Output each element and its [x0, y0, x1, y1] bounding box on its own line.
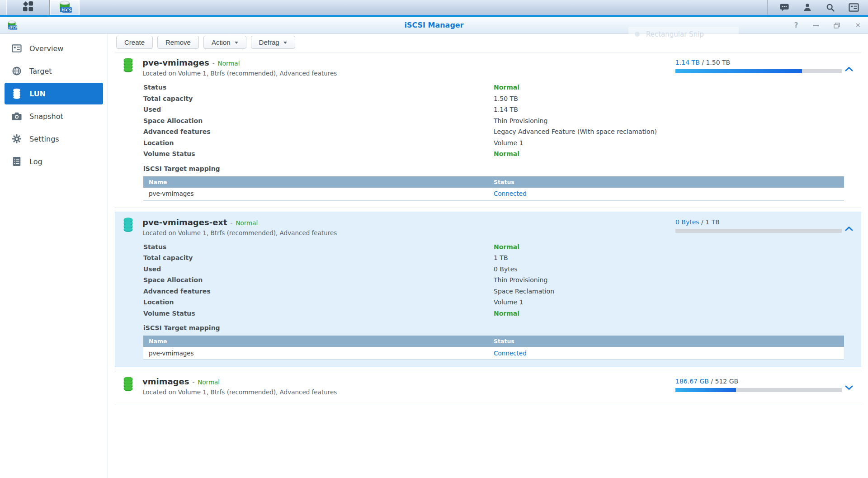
- main-menu-icon: [23, 1, 34, 14]
- table-header-row: Name Status: [143, 336, 844, 347]
- lun-header[interactable]: pve-vmimages-ext - Normal Located on Vol…: [115, 217, 861, 239]
- restore-button[interactable]: [834, 23, 840, 28]
- show-desktop-sliver[interactable]: [0, 0, 7, 15]
- lun-header[interactable]: vmimages - Normal Located on Volume 1, B…: [115, 376, 861, 398]
- target-status-link[interactable]: Connected: [494, 350, 527, 357]
- detail-row: LocationVolume 1: [115, 137, 861, 149]
- target-name-cell: pve-vmimages: [143, 350, 494, 357]
- chevron-down-icon: [235, 42, 238, 44]
- lun-name: vmimages: [142, 377, 189, 386]
- window-controls: ? ✕: [794, 17, 861, 34]
- detail-value: 1.14 TB: [494, 106, 518, 113]
- main-content: Create Remove Action Defrag pve-vmimages: [108, 34, 868, 478]
- capacity-block: 1.14 TB / 1.50 TB: [675, 59, 842, 73]
- help-button[interactable]: ?: [794, 22, 798, 29]
- sidebar-item-label: Snapshot: [29, 112, 63, 121]
- lun-status-badge: Normal: [218, 60, 240, 67]
- disk-stack-icon: [11, 88, 22, 99]
- lun-disk-icon-green: [122, 377, 134, 393]
- target-status-link[interactable]: Connected: [494, 190, 527, 197]
- sidebar-item-target[interactable]: Target: [5, 60, 103, 82]
- detail-row: Total capacity1 TB: [115, 252, 861, 264]
- sidebar-item-label: LUN: [29, 90, 46, 98]
- used-capacity: 186.67 GB: [675, 378, 709, 385]
- log-icon: [11, 156, 22, 167]
- expand-button[interactable]: [845, 383, 853, 392]
- collapse-button[interactable]: [845, 224, 853, 233]
- detail-label: Status: [143, 243, 494, 251]
- sidebar-item-label: Log: [29, 157, 42, 166]
- lun-status-badge: Normal: [198, 379, 220, 386]
- sidebar-item-snapshot[interactable]: Snapshot: [5, 105, 103, 127]
- toolbar: Create Remove Action Defrag: [108, 34, 868, 52]
- chat-icon[interactable]: [779, 3, 789, 12]
- total-capacity: / 512 GB: [711, 378, 738, 385]
- lun-section-pve-vmimages: pve-vmimages - Normal Located on Volume …: [115, 52, 861, 208]
- detail-label: Total capacity: [143, 95, 494, 102]
- detail-row: Volume StatusNormal: [115, 308, 861, 319]
- detail-label: Advanced features: [143, 128, 494, 135]
- lun-disk-icon-teal: [122, 218, 134, 234]
- defrag-dropdown-button[interactable]: Defrag: [251, 36, 295, 49]
- target-mapping-title: iSCSI Target mapping: [143, 324, 861, 331]
- detail-row: Advanced featuresLegacy Advanced Feature…: [115, 126, 861, 137]
- target-mapping-table: Name Status pve-vmimages Connected: [143, 176, 844, 201]
- sidebar-item-label: Settings: [29, 135, 59, 143]
- overview-icon: [11, 43, 22, 54]
- target-name-cell: pve-vmimages: [143, 190, 494, 197]
- name-status-separator: -: [212, 60, 215, 67]
- sidebar: Overview Target LUN Snapshot: [0, 34, 108, 478]
- name-status-separator: -: [192, 379, 194, 386]
- user-icon[interactable]: [803, 3, 812, 12]
- widgets-icon[interactable]: [849, 3, 859, 12]
- detail-row: StatusNormal: [115, 241, 861, 253]
- sidebar-item-overview[interactable]: Overview: [5, 38, 103, 59]
- gear-icon: [11, 133, 22, 144]
- chevron-down-icon: [845, 385, 853, 390]
- table-row[interactable]: pve-vmimages Connected: [143, 347, 844, 360]
- detail-value: Normal: [494, 84, 519, 91]
- main-menu-button[interactable]: [7, 0, 50, 15]
- desktop: iSCSI: [0, 0, 868, 478]
- remove-button[interactable]: Remove: [157, 36, 199, 49]
- detail-row: Used1.14 TB: [115, 104, 861, 115]
- action-dropdown-button[interactable]: Action: [203, 36, 246, 49]
- minimize-button[interactable]: [813, 25, 819, 26]
- lun-header[interactable]: pve-vmimages - Normal Located on Volume …: [115, 57, 861, 79]
- detail-row: Advanced featuresSpace Reclamation: [115, 286, 861, 297]
- sidebar-item-label: Overview: [29, 44, 63, 53]
- detail-value: 1 TB: [494, 254, 508, 261]
- defrag-button-label: Defrag: [259, 38, 279, 46]
- detail-label: Volume Status: [143, 310, 494, 317]
- detail-label: Space Allocation: [143, 117, 494, 124]
- collapse-button[interactable]: [845, 65, 853, 73]
- remove-button-label: Remove: [165, 38, 191, 46]
- window-title: iSCSI Manager: [0, 21, 868, 29]
- detail-label: Space Allocation: [143, 276, 494, 284]
- minimize-icon: [813, 25, 819, 26]
- lun-section-vmimages: vmimages - Normal Located on Volume 1, B…: [115, 371, 861, 405]
- chevron-down-icon: [283, 42, 287, 44]
- detail-value: Volume 1: [494, 139, 523, 147]
- table-row[interactable]: pve-vmimages Connected: [143, 188, 844, 201]
- sidebar-item-settings[interactable]: Settings: [5, 128, 103, 150]
- table-header-row: Name Status: [143, 176, 844, 188]
- capacity-block: 186.67 GB / 512 GB: [675, 378, 842, 392]
- taskbar-app-iscsi[interactable]: iSCSI: [50, 0, 80, 15]
- detail-label: Used: [143, 265, 494, 273]
- detail-label: Volume Status: [143, 150, 494, 157]
- create-button[interactable]: Create: [116, 36, 153, 49]
- sidebar-item-lun[interactable]: LUN: [5, 83, 103, 104]
- lun-details: StatusNormal Total capacity1 TB Used0 By…: [115, 241, 861, 319]
- search-icon[interactable]: [826, 3, 835, 12]
- detail-value: 1.50 TB: [494, 95, 518, 102]
- detail-label: Used: [143, 106, 494, 113]
- detail-row: Volume StatusNormal: [115, 148, 861, 160]
- sidebar-item-log[interactable]: Log: [5, 151, 103, 172]
- used-capacity: 1.14 TB: [675, 59, 700, 66]
- name-status-separator: -: [231, 219, 233, 227]
- detail-label: Advanced features: [143, 288, 494, 295]
- lun-disk-icon-green: [122, 58, 134, 75]
- close-button[interactable]: ✕: [855, 22, 861, 29]
- detail-value: Normal: [494, 243, 519, 251]
